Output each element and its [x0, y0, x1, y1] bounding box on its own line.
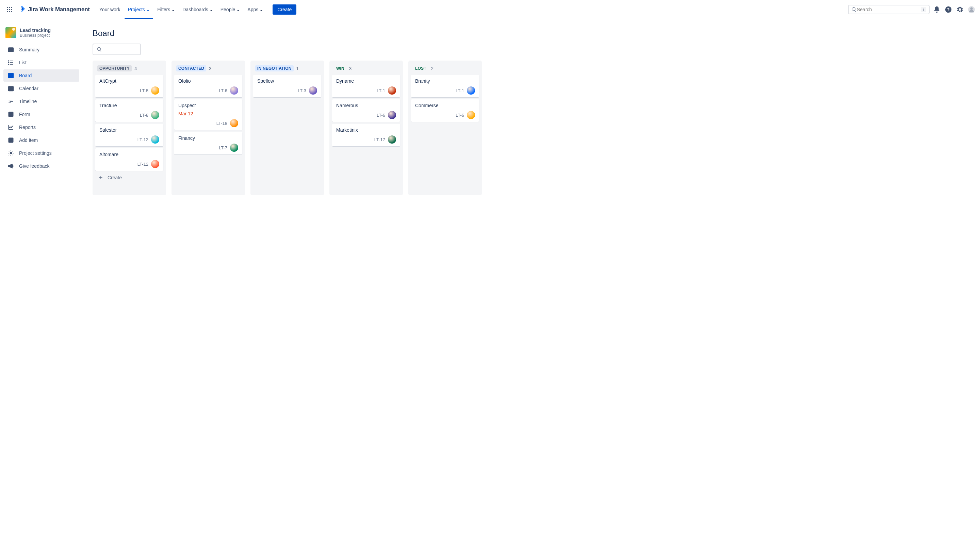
board-column: LOST2BranityLT-1CommerseLT-6: [408, 61, 482, 195]
board-card[interactable]: NamerousLT-6: [332, 99, 400, 122]
card-list: BranityLT-1CommerseLT-6: [411, 75, 479, 122]
board-search[interactable]: [92, 44, 141, 55]
assignee-avatar[interactable]: [230, 119, 238, 127]
sidebar-item-reports[interactable]: Reports: [3, 121, 79, 133]
column-header[interactable]: CONTACTED3: [174, 63, 242, 75]
help-icon[interactable]: ?: [944, 5, 953, 14]
card-footer: LT-6: [178, 87, 238, 95]
create-card-button[interactable]: Create: [95, 172, 163, 183]
chevron-down-icon: [210, 8, 213, 11]
project-name: Lead tracking: [20, 28, 51, 33]
svg-point-5: [11, 9, 12, 10]
sidebar-item-add[interactable]: Add item: [3, 134, 79, 146]
board-card[interactable]: SpellowLT-3: [253, 75, 321, 97]
svg-point-1: [9, 7, 10, 8]
board-card[interactable]: AltomareLT-12: [95, 148, 163, 171]
board-card[interactable]: FinancyLT-7: [174, 132, 242, 154]
sidebar-item-settings[interactable]: Project settings: [3, 147, 79, 159]
nav-your-work[interactable]: Your work: [96, 0, 124, 19]
sidebar-item-summary[interactable]: Summary: [3, 44, 79, 56]
column-header[interactable]: WIN3: [332, 63, 400, 75]
card-key: LT-6: [219, 88, 227, 93]
assignee-avatar[interactable]: [309, 87, 317, 95]
nav-filters[interactable]: Filters: [154, 0, 178, 19]
product-logo[interactable]: Jira Work Management: [18, 5, 90, 14]
assignee-avatar[interactable]: [230, 144, 238, 152]
assignee-avatar[interactable]: [151, 111, 159, 119]
column-count: 3: [349, 66, 351, 71]
board-card[interactable]: OfolioLT-6: [174, 75, 242, 97]
board-card[interactable]: CommerseLT-6: [411, 99, 479, 122]
notifications-icon[interactable]: [932, 5, 941, 14]
assignee-avatar[interactable]: [151, 87, 159, 95]
assignee-avatar[interactable]: [388, 87, 396, 95]
assignee-avatar[interactable]: [388, 135, 396, 144]
assignee-avatar[interactable]: [230, 87, 238, 95]
card-footer: LT-12: [99, 160, 159, 168]
nav-apps[interactable]: Apps: [244, 0, 266, 19]
settings-icon[interactable]: [955, 5, 964, 14]
search-hotkey: /: [921, 7, 926, 12]
sidebar-item-timeline[interactable]: Timeline: [3, 95, 79, 108]
assignee-avatar[interactable]: [151, 135, 159, 144]
timeline-icon: [8, 98, 14, 105]
board-card[interactable]: MarketinixLT-17: [332, 124, 400, 146]
card-footer: LT-1: [415, 87, 475, 95]
nav-people[interactable]: People: [217, 0, 244, 19]
card-key: LT-17: [374, 137, 385, 142]
column-count: 4: [135, 66, 137, 71]
card-list: AltCryptLT-8TractureLT-8SalestorLT-12Alt…: [95, 75, 163, 171]
sidebar-item-board[interactable]: Board: [3, 69, 79, 82]
svg-text:?: ?: [947, 7, 950, 12]
top-navigation: Jira Work Management Your work Projects …: [0, 0, 980, 19]
board-card[interactable]: SalestorLT-12: [95, 124, 163, 146]
board-card[interactable]: BranityLT-1: [411, 75, 479, 97]
chevron-down-icon: [236, 8, 240, 11]
assignee-avatar[interactable]: [151, 160, 159, 168]
card-title: Commerse: [415, 103, 475, 108]
megaphone-icon: [8, 162, 14, 169]
card-title: Salestor: [99, 127, 159, 133]
card-key: LT-3: [298, 88, 306, 93]
assignee-avatar[interactable]: [467, 111, 475, 119]
column-name: CONTACTED: [176, 65, 206, 71]
nav-dashboards[interactable]: Dashboards: [179, 0, 217, 19]
sidebar-item-form[interactable]: Form: [3, 108, 79, 120]
card-title: Spellow: [257, 78, 317, 84]
card-footer: LT-6: [415, 111, 475, 119]
project-header[interactable]: Lead tracking Business project: [3, 26, 79, 44]
assignee-avatar[interactable]: [467, 87, 475, 95]
board-column: WIN3DynameLT-1NamerousLT-6MarketinixLT-1…: [329, 61, 403, 195]
column-header[interactable]: OPPORTUNITY4: [95, 63, 163, 75]
app-switcher-icon[interactable]: [4, 4, 15, 15]
svg-point-0: [7, 7, 8, 8]
profile-avatar[interactable]: [967, 5, 976, 14]
card-key: LT-18: [217, 121, 227, 126]
global-search[interactable]: /: [848, 5, 930, 14]
create-card-label: Create: [108, 175, 122, 181]
card-footer: LT-18: [178, 119, 238, 127]
column-name: OPPORTUNITY: [97, 65, 132, 71]
sidebar-item-calendar[interactable]: Calendar: [3, 82, 79, 95]
sidebar-item-list[interactable]: List: [3, 56, 79, 69]
column-header[interactable]: LOST2: [411, 63, 479, 75]
board-card[interactable]: DynameLT-1: [332, 75, 400, 97]
nav-projects[interactable]: Projects: [125, 0, 153, 19]
svg-point-4: [9, 9, 10, 10]
sidebar-item-feedback[interactable]: Give feedback: [3, 160, 79, 172]
board-card[interactable]: UpspectMar 12LT-18: [174, 99, 242, 130]
board-column: OPPORTUNITY4AltCryptLT-8TractureLT-8Sale…: [92, 61, 166, 195]
column-header[interactable]: IN NEGOTIATION1: [253, 63, 321, 75]
card-key: LT-6: [456, 113, 464, 118]
card-title: Marketinix: [336, 127, 396, 133]
svg-point-7: [9, 11, 10, 12]
board-card[interactable]: TractureLT-8: [95, 99, 163, 122]
card-footer: LT-7: [178, 144, 238, 152]
svg-point-20: [8, 64, 9, 65]
board-card[interactable]: AltCryptLT-8: [95, 75, 163, 97]
create-button[interactable]: Create: [272, 5, 296, 15]
assignee-avatar[interactable]: [388, 111, 396, 119]
card-title: Altomare: [99, 152, 159, 157]
search-input[interactable]: [857, 7, 921, 12]
card-key: LT-8: [140, 113, 148, 118]
